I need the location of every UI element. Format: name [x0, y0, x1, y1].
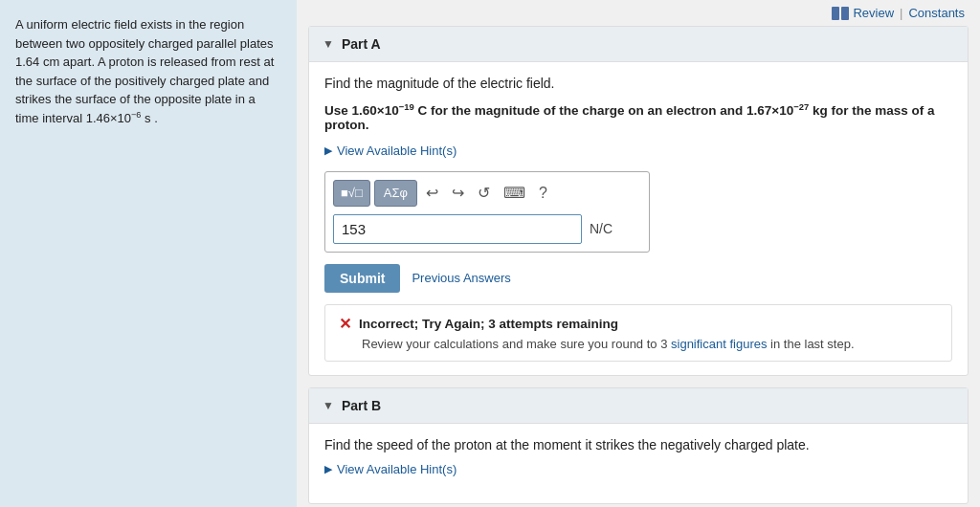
part-a-label: Part A [342, 36, 381, 52]
undo-btn[interactable]: ↩ [421, 180, 443, 207]
collapse-arrow-a[interactable]: ▼ [323, 37, 334, 51]
part-b-card: ▼ Part B Find the speed of the proton at… [308, 387, 969, 504]
input-row-a: N/C [333, 214, 641, 244]
hint-arrow-a: ▶ [324, 144, 332, 157]
sidebar-text: A uniform electric field exists in the r… [15, 17, 274, 125]
hint-label-b: View Available Hint(s) [337, 462, 457, 476]
submit-row-a: Submit Previous Answers [324, 264, 952, 293]
submit-button-a[interactable]: Submit [324, 264, 400, 293]
error-icon: ✕ [339, 315, 351, 333]
part-a-card: ▼ Part A Find the magnitude of the elect… [308, 26, 969, 376]
reset-btn[interactable]: ↺ [473, 180, 495, 207]
help-btn[interactable]: ? [534, 180, 552, 207]
part-a-instruction: Use 1.60×10−19 C for the magnitude of th… [324, 100, 952, 132]
top-bar: Review | Constants [297, 0, 980, 26]
answer-input-a[interactable] [333, 214, 582, 244]
answer-box-a: ■√□ ΑΣφ ↩ ↪ ↺ ⌨ ? N/C [324, 171, 650, 253]
review-link[interactable]: Review [853, 6, 894, 20]
part-a-body: Find the magnitude of the electric field… [309, 62, 968, 375]
hint-link-a[interactable]: ▶ View Available Hint(s) [324, 143, 952, 158]
hint-label-a: View Available Hint(s) [337, 143, 457, 158]
collapse-arrow-b[interactable]: ▼ [323, 399, 334, 412]
part-b-body: Find the speed of the proton at the mome… [309, 424, 968, 503]
separator: | [900, 6, 902, 20]
error-header-a: ✕ Incorrect; Try Again; 3 attempts remai… [339, 315, 938, 333]
unit-label-a: N/C [590, 221, 612, 236]
part-a-header: ▼ Part A [309, 27, 968, 62]
error-body-text: Review your calculations and make sure y… [362, 337, 671, 351]
greek-btn[interactable]: ΑΣφ [374, 180, 417, 207]
error-body: Review your calculations and make sure y… [362, 337, 938, 351]
hint-link-b[interactable]: ▶ View Available Hint(s) [324, 462, 952, 476]
error-title: Incorrect; Try Again; 3 attempts remaini… [359, 317, 618, 331]
prev-answers-link-a[interactable]: Previous Answers [412, 271, 510, 285]
sidebar: A uniform electric field exists in the r… [0, 0, 297, 507]
redo-btn[interactable]: ↪ [447, 180, 469, 207]
part-b-label: Part B [342, 398, 381, 413]
constants-link[interactable]: Constants [908, 6, 965, 20]
part-b-header: ▼ Part B [309, 388, 968, 424]
formula-btn[interactable]: ■√□ [333, 180, 370, 207]
part-b-find-text: Find the speed of the proton at the mome… [324, 437, 952, 452]
sig-figs-link[interactable]: significant figures [671, 337, 767, 351]
toolbar-a: ■√□ ΑΣφ ↩ ↪ ↺ ⌨ ? [333, 180, 641, 207]
error-box-a: ✕ Incorrect; Try Again; 3 attempts remai… [324, 304, 952, 362]
error-body-end: in the last step. [767, 337, 854, 351]
keyboard-btn[interactable]: ⌨ [499, 180, 530, 207]
hint-arrow-b: ▶ [324, 463, 332, 475]
part-a-find-text: Find the magnitude of the electric field… [324, 76, 952, 91]
review-icon [832, 7, 849, 20]
